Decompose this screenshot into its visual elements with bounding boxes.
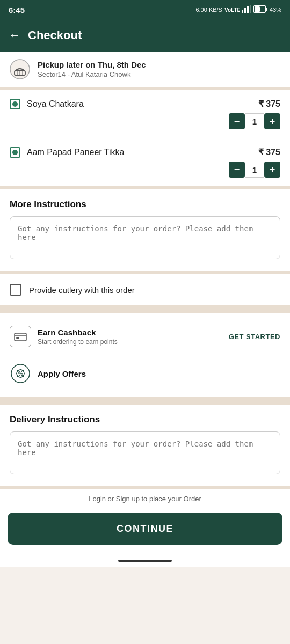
svg-text:%: %: [18, 371, 23, 377]
signal-icon: [242, 5, 251, 14]
cashback-title: Earn Cashback: [38, 328, 118, 337]
qty-decrease-button[interactable]: −: [229, 162, 245, 178]
svg-rect-15: [16, 337, 19, 339]
svg-rect-4: [250, 5, 251, 13]
svg-rect-13: [15, 333, 26, 341]
section-divider: [0, 309, 290, 313]
cart-item-name: Soya Chatkara: [27, 99, 84, 109]
apply-offers-icon: %: [10, 363, 31, 384]
cashback-left: Earn Cashback Start ordering to earn poi…: [10, 326, 118, 347]
pickup-subtitle: Sector14 - Atul Kataria Chowk: [38, 70, 146, 78]
status-icons: 6.00 KB/S VoLTE 43%: [195, 5, 281, 14]
section-divider-2: [0, 400, 290, 405]
login-hint: Login or Sign up to place your Order: [0, 489, 290, 507]
battery-percent: 43%: [270, 6, 281, 13]
bottom-bar: [0, 554, 290, 567]
delivery-instructions-title: Delivery Instructions: [10, 414, 280, 425]
apply-offers-label: Apply Offers: [38, 369, 86, 378]
get-started-button[interactable]: GET STARTED: [229, 333, 280, 341]
cart-item: Aam Papad Paneer Tikka ₹ 375 − 1 +: [10, 138, 280, 186]
network-speed: 6.00 KB/S: [195, 6, 222, 13]
continue-button[interactable]: CONTINUE: [8, 513, 282, 545]
cart-item-left: Aam Papad Paneer Tikka: [10, 147, 124, 158]
page-title: Checkout: [28, 28, 82, 42]
more-instructions-title: More Instructions: [10, 199, 280, 210]
cutlery-checkbox[interactable]: [10, 284, 21, 296]
status-bar: 6:45 6.00 KB/S VoLTE 43%: [0, 0, 290, 19]
cutlery-label: Provide cutlery with this order: [29, 286, 135, 295]
qty-value: 1: [245, 113, 264, 129]
continue-btn-container: CONTINUE: [0, 507, 290, 554]
cart-item-left: Soya Chatkara: [10, 99, 84, 109]
pickup-basket-icon: [10, 59, 30, 79]
cart-item-right: ₹ 375 − 1 +: [229, 99, 280, 129]
cart-item-right: ₹ 375 − 1 +: [229, 147, 280, 178]
status-time: 6:45: [9, 5, 25, 14]
svg-text:VoLTE: VoLTE: [224, 7, 240, 13]
svg-rect-1: [242, 10, 243, 13]
apply-offers-row[interactable]: % Apply Offers: [10, 355, 280, 392]
svg-rect-7: [255, 6, 260, 12]
qty-control: − 1 +: [229, 162, 280, 178]
cashback-icon: [10, 326, 31, 347]
qty-decrease-button[interactable]: −: [229, 113, 245, 129]
delivery-instructions-input[interactable]: [10, 431, 280, 474]
pickup-section: Pickup later on Thu, 8th Dec Sector14 - …: [0, 52, 290, 90]
cart-section: Soya Chatkara ₹ 375 − 1 + Aam Papad Pane…: [0, 90, 290, 189]
header: ← Checkout: [0, 19, 290, 52]
cart-item: Soya Chatkara ₹ 375 − 1 +: [10, 90, 280, 138]
more-instructions-section: More Instructions: [0, 189, 290, 274]
veg-icon: [10, 147, 20, 158]
battery-icon: [253, 5, 267, 14]
delivery-instructions-section: Delivery Instructions: [0, 405, 290, 489]
cart-item-price: ₹ 375: [258, 147, 280, 157]
cashback-row[interactable]: Earn Cashback Start ordering to earn poi…: [10, 318, 280, 355]
cart-item-price: ₹ 375: [258, 99, 280, 109]
svg-rect-2: [244, 8, 246, 13]
qty-control: − 1 +: [229, 113, 280, 129]
svg-rect-3: [247, 6, 249, 13]
more-instructions-input[interactable]: [10, 216, 280, 259]
svg-rect-6: [266, 8, 267, 11]
pickup-info: Pickup later on Thu, 8th Dec Sector14 - …: [38, 60, 146, 78]
qty-increase-button[interactable]: +: [264, 113, 280, 129]
network-type-icon: VoLTE: [224, 5, 240, 14]
qty-increase-button[interactable]: +: [264, 162, 280, 178]
qty-value: 1: [245, 162, 264, 178]
veg-icon: [10, 99, 20, 109]
offers-section: Earn Cashback Start ordering to earn poi…: [0, 313, 290, 400]
cart-item-name: Aam Papad Paneer Tikka: [27, 148, 124, 157]
pickup-title: Pickup later on Thu, 8th Dec: [38, 60, 146, 69]
back-button[interactable]: ←: [9, 28, 20, 42]
cutlery-section[interactable]: Provide cutlery with this order: [0, 274, 290, 309]
bottom-indicator: [118, 560, 172, 562]
cashback-text: Earn Cashback Start ordering to earn poi…: [38, 328, 118, 346]
cashback-subtitle: Start ordering to earn points: [38, 338, 118, 346]
